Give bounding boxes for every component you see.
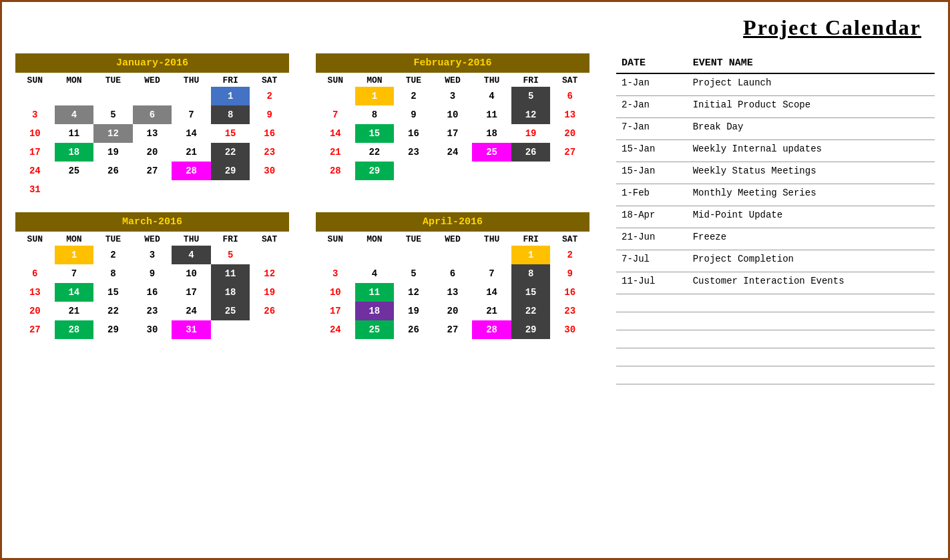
day-cell: 2	[250, 87, 289, 105]
day-cell: 11	[211, 264, 250, 283]
day-cell: 18	[211, 283, 250, 302]
day-cell: 5	[394, 264, 433, 283]
day-cell: 21	[172, 143, 211, 162]
day-cell: 7	[172, 105, 211, 124]
event-name: Initial Product Scope	[688, 96, 935, 114]
day-header-label: TUE	[394, 75, 433, 85]
day-cell	[250, 320, 289, 339]
day-header-label: FRI	[211, 234, 250, 244]
blank-row	[616, 366, 935, 380]
event-row: 1-JanProject Launch	[616, 73, 935, 91]
day-header-label: MON	[55, 75, 94, 85]
blank-row	[616, 312, 935, 326]
event-date: 7-Jul	[616, 250, 688, 268]
day-header-label: TUE	[93, 234, 133, 244]
calendar-apr2016: April-2016SUNMONTUEWEDTHUFRISAT123456789…	[316, 212, 589, 339]
day-cell: 29	[211, 162, 250, 180]
day-cell	[93, 180, 133, 199]
events-table: DATE EVENT NAME 1-JanProject Launch2-Jan…	[616, 53, 935, 384]
day-cell	[172, 180, 211, 199]
day-cell: 26	[93, 162, 133, 180]
event-name: Project Launch	[688, 73, 935, 91]
event-date: 1-Feb	[616, 184, 688, 202]
event-date: 21-Jun	[616, 228, 688, 246]
day-header-label: SUN	[316, 75, 355, 85]
event-row: 7-JanBreak Day	[616, 118, 935, 136]
day-cell: 12	[93, 124, 133, 143]
day-cell: 21	[55, 302, 94, 320]
day-cell	[472, 162, 511, 180]
day-header-label: SAT	[550, 75, 589, 85]
day-cell: 24	[316, 320, 355, 339]
day-cell: 18	[472, 124, 511, 143]
day-cell: 14	[316, 124, 355, 143]
day-cell: 31	[172, 320, 211, 339]
event-row: 21-JunFreeze	[616, 228, 935, 246]
day-cell: 13	[550, 105, 589, 124]
calendar-grid-feb2016: 1234567891011121314151617181920212223242…	[316, 87, 589, 180]
day-header-label: FRI	[511, 75, 551, 85]
day-cell: 19	[394, 302, 433, 320]
day-cell: 14	[472, 283, 511, 302]
calendar-header-apr2016: April-2016	[316, 212, 589, 232]
calendar-feb2016: February-2016SUNMONTUEWEDTHUFRISAT123456…	[316, 53, 589, 199]
day-cell	[394, 162, 433, 180]
day-header-label: MON	[55, 234, 94, 244]
day-cell	[316, 246, 355, 264]
day-cell: 23	[250, 143, 289, 162]
day-cell: 16	[394, 124, 433, 143]
event-name-column-header: EVENT NAME	[688, 53, 935, 73]
day-cell	[433, 246, 473, 264]
day-cell: 9	[550, 264, 589, 283]
day-cell: 1	[211, 87, 250, 105]
day-cell: 7	[55, 264, 94, 283]
day-cell: 29	[511, 320, 551, 339]
day-cell: 24	[15, 162, 55, 180]
day-header-label: WED	[133, 75, 172, 85]
day-cell: 1	[511, 246, 551, 264]
day-cell: 23	[394, 143, 433, 162]
day-cell	[15, 246, 55, 264]
event-date: 15-Jan	[616, 140, 688, 158]
day-cell: 28	[55, 320, 94, 339]
blank-row	[616, 348, 935, 362]
day-cell: 27	[15, 320, 55, 339]
day-header-label: THU	[172, 234, 211, 244]
day-cell: 28	[472, 320, 511, 339]
events-section: DATE EVENT NAME 1-JanProject Launch2-Jan…	[610, 53, 935, 384]
day-cell	[250, 246, 289, 264]
day-cell: 19	[250, 283, 289, 302]
day-cell: 10	[316, 283, 355, 302]
day-cell: 3	[433, 87, 473, 105]
calendar-header-feb2016: February-2016	[316, 53, 589, 73]
day-cell: 15	[211, 124, 250, 143]
day-cell: 8	[211, 105, 250, 124]
day-cell: 10	[15, 124, 55, 143]
day-header-label: THU	[472, 75, 511, 85]
day-cell: 6	[550, 87, 589, 105]
calendars-grid: January-2016SUNMONTUEWEDTHUFRISAT1234567…	[15, 53, 596, 339]
day-cell	[133, 87, 172, 105]
day-cell: 15	[355, 124, 395, 143]
day-cell: 16	[133, 283, 172, 302]
event-date: 1-Jan	[616, 73, 688, 91]
day-cell: 6	[15, 264, 55, 283]
day-cell: 29	[93, 320, 133, 339]
event-date: 7-Jan	[616, 118, 688, 136]
event-date: 15-Jan	[616, 162, 688, 180]
event-name: Break Day	[688, 118, 935, 136]
event-row: 1-FebMonthly Meeting Series	[616, 184, 935, 202]
day-cell	[472, 246, 511, 264]
day-cell: 6	[133, 105, 172, 124]
day-cell: 23	[550, 302, 589, 320]
day-cell: 3	[15, 105, 55, 124]
day-cell: 19	[511, 124, 551, 143]
day-header-label: FRI	[211, 75, 250, 85]
date-column-header: DATE	[616, 53, 688, 73]
day-cell	[172, 87, 211, 105]
day-cell: 5	[511, 87, 551, 105]
event-name: Mid-Point Update	[688, 206, 935, 224]
event-name: Weekly Internal updates	[688, 140, 935, 158]
event-name: Freeze	[688, 228, 935, 246]
day-cell: 5	[93, 105, 133, 124]
